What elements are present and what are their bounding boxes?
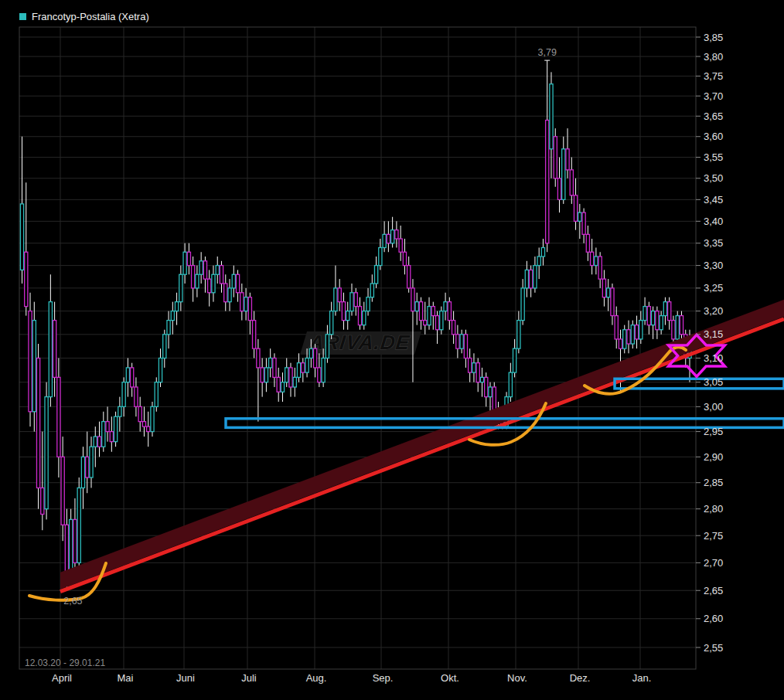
candle: [672, 321, 675, 339]
watermark: ARIVA.DE: [300, 331, 421, 355]
candle: [354, 293, 357, 307]
candle: [151, 406, 154, 431]
month-tick-label: Dez.: [570, 672, 591, 684]
candle: [318, 368, 321, 382]
candle: [41, 488, 44, 514]
candle: [293, 377, 296, 387]
candle: [53, 321, 56, 378]
candle: [363, 311, 366, 325]
price-tick-label: 2,85: [704, 477, 723, 488]
candle: [562, 149, 565, 200]
candle: [537, 257, 540, 266]
candle: [330, 311, 333, 335]
price-tick-label: 2,80: [704, 503, 723, 515]
candle: [106, 422, 109, 432]
ariva-chart-page: { "title": { "instrument": "Francotyp-Po…: [0, 0, 784, 700]
candle: [196, 274, 199, 288]
price-tick-label: 3,80: [704, 51, 723, 63]
candle: [216, 266, 219, 275]
candle: [680, 316, 683, 335]
candle: [122, 382, 125, 407]
candle: [155, 382, 158, 407]
candle: [358, 307, 361, 325]
watermark-text: ARIVA.DE: [307, 331, 411, 354]
candle: [281, 382, 284, 392]
candle: [86, 457, 89, 477]
price-tick-label: 2,75: [704, 530, 723, 542]
candle: [602, 279, 605, 297]
price-tick-label: 3,75: [704, 70, 723, 82]
candle: [513, 348, 516, 372]
candle: [635, 325, 638, 339]
price-tick-label: 3,60: [704, 131, 723, 142]
candle: [350, 293, 353, 311]
candle: [309, 348, 312, 358]
candle: [509, 372, 512, 396]
candle: [289, 368, 292, 387]
candle: [342, 302, 345, 321]
candle: [126, 368, 129, 382]
candle: [199, 261, 203, 274]
candle: [578, 212, 581, 221]
candle: [297, 363, 300, 378]
candle: [167, 321, 170, 335]
candle: [493, 387, 496, 412]
candle: [469, 358, 472, 372]
candle: [90, 447, 93, 477]
candle: [639, 321, 643, 339]
candle: [142, 422, 145, 426]
price-tick-label: 3,30: [704, 260, 723, 271]
candle: [530, 270, 533, 287]
price-tick-label: 3,45: [704, 194, 723, 206]
candle: [73, 519, 77, 562]
candle: [541, 247, 544, 257]
extreme-labels: 3,792,65: [63, 47, 557, 607]
candle: [419, 302, 422, 321]
candle: [407, 266, 411, 288]
candle: [240, 293, 244, 311]
candle: [525, 270, 528, 287]
month-tick-label: Nov.: [507, 672, 527, 684]
candle: [220, 266, 223, 284]
candle: [476, 363, 479, 382]
instrument-title: Francotyp-Postalia (Xetra): [32, 11, 149, 22]
candle: [627, 330, 630, 344]
price-tick-label: 2,60: [704, 613, 723, 624]
candle: [171, 311, 174, 321]
candle: [273, 358, 276, 377]
candle: [147, 426, 150, 431]
month-tick-label: April: [52, 672, 72, 684]
candle: [399, 239, 402, 252]
price-tick-label: 3,35: [704, 237, 723, 249]
price-tick-label: 3,55: [704, 151, 723, 163]
candle: [32, 321, 36, 412]
high-price-label: 3,79: [538, 47, 557, 58]
candle: [647, 307, 650, 325]
candle: [302, 363, 305, 372]
candle: [36, 358, 39, 488]
candle: [456, 335, 459, 348]
candle: [338, 288, 341, 302]
candle: [163, 335, 166, 358]
price-tick-label: 3,00: [704, 401, 723, 413]
time-axis: AprilMaiJuniJuliAug.Sep.Okt.Nov.Dez.Jan.: [52, 672, 651, 684]
candle: [411, 288, 414, 311]
candle: [97, 437, 101, 447]
candle: [619, 339, 622, 348]
candle: [643, 307, 646, 321]
candle: [387, 234, 390, 243]
candle: [248, 297, 251, 321]
month-tick-label: Jan.: [632, 672, 652, 684]
candle: [379, 247, 382, 265]
candle: [403, 252, 406, 265]
candle: [656, 311, 659, 330]
candle: [428, 307, 431, 325]
candle: [183, 252, 186, 274]
candle: [517, 321, 520, 349]
candle: [480, 377, 483, 382]
candle: [566, 149, 569, 170]
candle: [305, 358, 308, 372]
price-tick-label: 3,85: [704, 32, 723, 43]
candle: [464, 335, 467, 358]
candle: [631, 325, 634, 344]
